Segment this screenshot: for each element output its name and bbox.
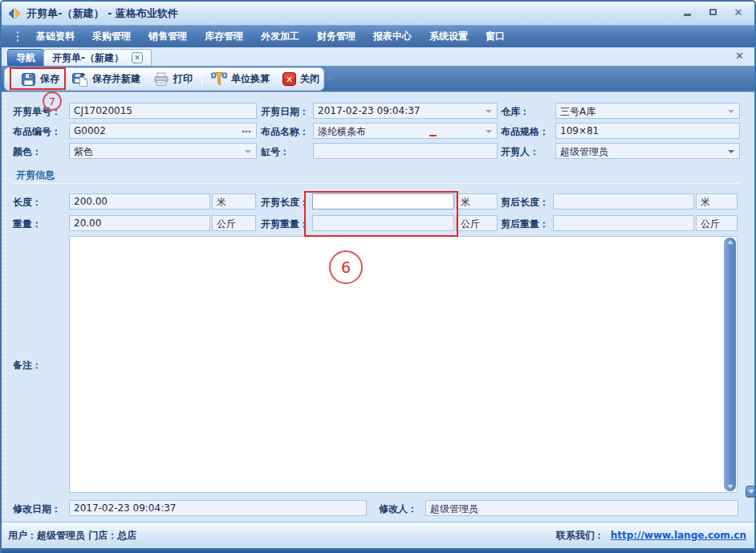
annotation-callout-7: 7 <box>43 91 62 111</box>
cut-date-field[interactable]: 2017-02-23 09:04:37 <box>313 103 498 119</box>
fabric-name-value: 涤纶横条布 <box>318 126 366 137</box>
unit-convert-icon <box>211 71 227 87</box>
vat-no-label: 缸号： <box>261 145 290 159</box>
warehouse-dropdown-icon[interactable] <box>728 110 734 113</box>
order-no-value: CJ17020015 <box>74 105 132 116</box>
weight-field[interactable]: 20.00 <box>69 215 210 231</box>
menu-base-data[interactable]: 基础资料 <box>29 26 82 47</box>
annotation-box-save <box>10 67 66 90</box>
contact-label: 联系我们： <box>556 529 604 543</box>
annotation-box-cut-fields <box>304 191 458 237</box>
maximize-button[interactable] <box>706 6 719 18</box>
app-window: 开剪单-（新建） - 蓝格布业软件 ✕ 基础资料 采购管理 销售管理 库存管理 … <box>0 0 756 553</box>
fabric-spec-value: 109×81 <box>560 125 599 136</box>
color-dropdown-icon[interactable] <box>245 150 251 153</box>
remarks-textarea[interactable] <box>69 236 738 493</box>
modifier-value: 超级管理员 <box>430 503 478 514</box>
cutter-dropdown-icon[interactable] <box>728 150 734 153</box>
fabric-name-field[interactable]: 涤纶横条布 <box>313 123 498 139</box>
close-form-icon: ✕ <box>282 72 296 86</box>
cut-length-label: 开剪长度： <box>261 196 309 209</box>
fabric-name-dropdown-icon[interactable] <box>486 130 492 133</box>
panel-scroll-down-icon[interactable] <box>746 486 756 498</box>
menu-finance[interactable]: 财务管理 <box>310 26 363 47</box>
modified-date-field[interactable]: 2017-02-23 09:04:37 <box>69 500 367 516</box>
unit-convert-label: 单位换算 <box>231 72 270 86</box>
minimize-button[interactable] <box>681 6 693 18</box>
color-value: 紫色 <box>74 146 93 157</box>
color-field[interactable]: 紫色 <box>69 143 257 159</box>
status-bar: 用户：超级管理员 门店：总店 联系我们： http://www.lange.co… <box>2 522 754 548</box>
cutter-value: 超级管理员 <box>560 146 608 157</box>
menu-window[interactable]: 窗口 <box>478 26 512 47</box>
menu-sales[interactable]: 销售管理 <box>141 26 194 47</box>
length-field[interactable]: 200.00 <box>69 193 210 209</box>
menubar-grip-icon <box>16 30 19 43</box>
menu-settings[interactable]: 系统设置 <box>422 26 475 47</box>
menu-outsourcing[interactable]: 外发加工 <box>254 26 307 47</box>
cutter-label: 开剪人： <box>501 145 539 159</box>
length-unit: 米 <box>217 197 226 208</box>
remarks-scrollbar[interactable] <box>724 238 736 491</box>
scroll-up-icon[interactable] <box>727 240 734 244</box>
close-form-label: 关闭 <box>300 72 319 86</box>
fabric-spec-field[interactable]: 109×81 <box>555 123 740 139</box>
cut-date-value: 2017-02-23 09:04:37 <box>318 105 420 116</box>
fabric-name-label: 布品名称： <box>261 125 309 139</box>
fabric-no-field[interactable]: G0002 … <box>69 123 257 139</box>
website-link[interactable]: http://www.lange.com.cn <box>611 530 746 541</box>
save-and-new-icon <box>72 72 88 87</box>
cut-date-label: 开剪日期： <box>261 105 309 119</box>
tab-navigation[interactable]: 导航 <box>7 49 44 66</box>
status-user-info: 用户：超级管理员 门店：总店 <box>8 529 136 543</box>
cut-length-unit-box: 米 <box>456 193 498 209</box>
scroll-down-icon[interactable] <box>727 485 734 489</box>
cut-date-dropdown-icon[interactable] <box>486 110 492 113</box>
dock-grip-icon <box>3 95 7 518</box>
close-form-button[interactable]: ✕ 关闭 <box>276 70 339 88</box>
fabric-no-browse-icon[interactable]: … <box>242 124 252 135</box>
after-weight-field[interactable] <box>553 215 694 231</box>
vat-no-field[interactable] <box>313 143 498 159</box>
modifier-label: 修改人： <box>379 502 417 516</box>
order-no-field[interactable]: CJ17020015 <box>69 103 257 119</box>
tab-navigation-label: 导航 <box>16 51 35 65</box>
unit-convert-button[interactable]: 单位换算 <box>205 69 276 89</box>
after-length-field[interactable] <box>553 193 694 209</box>
after-length-unit: 米 <box>701 197 710 208</box>
warehouse-field[interactable]: 三号A库 <box>555 103 740 119</box>
fabric-spec-label: 布品规格： <box>501 125 549 139</box>
color-label: 颜色： <box>13 145 42 159</box>
modifier-field[interactable]: 超级管理员 <box>425 500 738 516</box>
cutter-field[interactable]: 超级管理员 <box>555 143 740 159</box>
close-dropdown-icon[interactable] <box>327 77 333 81</box>
length-value: 200.00 <box>74 196 108 207</box>
window-title: 开剪单-（新建） - 蓝格布业软件 <box>26 6 178 21</box>
menu-purchase[interactable]: 采购管理 <box>85 26 138 47</box>
annotation-callout-6-number: 6 <box>341 258 351 276</box>
weight-unit-box: 公斤 <box>212 215 256 231</box>
menu-reports[interactable]: 报表中心 <box>366 26 419 47</box>
section-divider <box>13 183 740 184</box>
tab-cutting-order[interactable]: 开剪单-（新建） ✕ <box>43 49 152 66</box>
toolbar: 保存 保存并新建 <box>2 66 754 92</box>
print-button[interactable]: 打印 <box>147 70 199 89</box>
warehouse-value: 三号A库 <box>560 106 595 117</box>
print-label: 打印 <box>173 72 193 86</box>
fabric-no-label: 布品编号： <box>13 125 61 139</box>
tab-close-icon[interactable]: ✕ <box>132 52 143 63</box>
tab-strip: 导航 开剪单-（新建） ✕ ✕ <box>2 47 754 66</box>
tabstrip-close-icon[interactable]: ✕ <box>735 50 744 62</box>
save-and-new-button[interactable]: 保存并新建 <box>66 70 147 89</box>
length-label: 长度： <box>13 196 42 209</box>
warehouse-label: 仓库： <box>501 105 530 119</box>
tab-cutting-order-label: 开剪单-（新建） <box>52 51 124 65</box>
cut-length-unit: 米 <box>461 197 470 208</box>
annotation-dash <box>429 135 437 136</box>
modified-date-value: 2017-02-23 09:04:37 <box>74 502 176 514</box>
menu-inventory[interactable]: 库存管理 <box>197 26 250 47</box>
after-weight-unit: 公斤 <box>701 218 720 230</box>
close-window-button[interactable]: ✕ <box>732 6 745 18</box>
fabric-no-value: G0002 <box>74 125 106 136</box>
after-weight-unit-box: 公斤 <box>696 215 738 231</box>
